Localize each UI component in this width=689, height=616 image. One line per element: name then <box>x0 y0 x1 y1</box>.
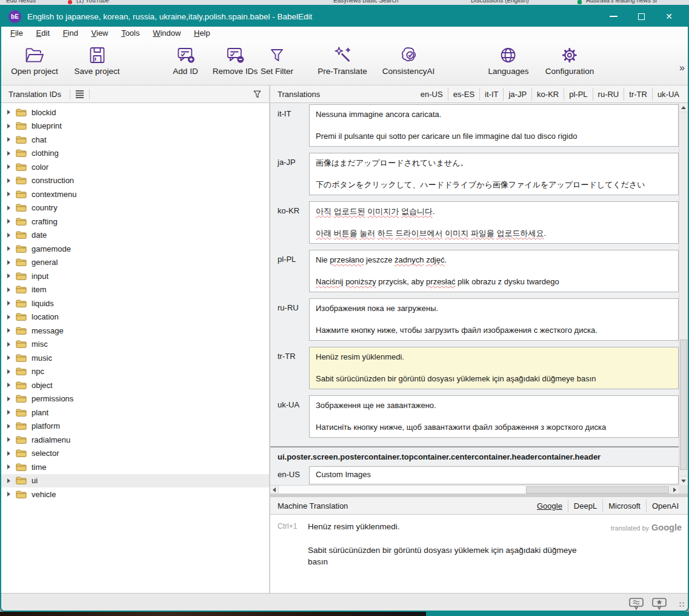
chevron-right-icon[interactable] <box>7 301 10 306</box>
menu-window[interactable]: Window <box>147 27 186 39</box>
language-tab[interactable]: it-IT <box>479 88 503 101</box>
tree-item[interactable]: general <box>1 256 269 270</box>
open-project-button[interactable]: Open project <box>11 45 58 76</box>
chevron-right-icon[interactable] <box>7 164 10 169</box>
scroll-down-button[interactable] <box>679 476 688 485</box>
horizontal-scrollbar[interactable] <box>270 485 679 494</box>
menu-find[interactable]: Find <box>58 27 84 39</box>
chevron-right-icon[interactable] <box>7 260 10 265</box>
scroll-up-button[interactable] <box>679 103 688 112</box>
machine-translation-text[interactable]: Henüz resim yüklenmedi. Sabit sürücünüzd… <box>308 521 581 567</box>
minimize-button[interactable] <box>599 6 627 27</box>
chevron-right-icon[interactable] <box>7 342 10 347</box>
translation-text-field[interactable]: Зображення ще не завантажено. Натисніть … <box>309 395 679 438</box>
chevron-right-icon[interactable] <box>7 410 10 415</box>
tree-item[interactable]: message <box>1 324 269 338</box>
tree-item[interactable]: input <box>1 269 269 283</box>
consistency-ai-button[interactable]: ConsistencyAI <box>382 45 434 76</box>
tree-item[interactable]: plant <box>1 406 269 420</box>
tree-item[interactable]: permissions <box>1 392 269 406</box>
chevron-right-icon[interactable] <box>7 492 10 497</box>
toolbar-overflow-button[interactable]: » <box>679 62 684 73</box>
tree-item[interactable]: platform <box>1 420 269 434</box>
provider-tab[interactable]: Microsoft <box>602 500 646 512</box>
tree-item[interactable]: ui <box>1 474 269 488</box>
chevron-right-icon[interactable] <box>7 233 10 238</box>
chevron-right-icon[interactable] <box>7 287 10 292</box>
chevron-right-icon[interactable] <box>7 206 10 210</box>
menu-help[interactable]: Help <box>188 27 216 39</box>
tree-item[interactable]: clothing <box>1 147 269 161</box>
translation-text-field[interactable]: Nessuna immagine ancora caricata. Premi … <box>309 104 679 147</box>
language-tab[interactable]: ja-JP <box>503 88 531 101</box>
translation-text-field[interactable]: 아직 업로드된 이미지가 없습니다. 아래 버튼을 눌러 하드 드라이브에서 이… <box>309 201 679 244</box>
filter-tree-icon[interactable] <box>251 89 263 100</box>
tree-item[interactable]: blueprint <box>1 119 269 133</box>
tree-item[interactable]: misc <box>1 338 269 352</box>
language-tab[interactable]: es-ES <box>448 88 479 101</box>
languages-button[interactable]: Languages <box>488 45 529 76</box>
tree-item[interactable]: vehicle <box>1 487 269 501</box>
tree-item[interactable]: color <box>1 160 269 174</box>
tree-item[interactable]: object <box>1 378 269 392</box>
menu-view[interactable]: View <box>86 27 114 39</box>
scroll-right-button[interactable] <box>670 486 679 494</box>
chevron-right-icon[interactable] <box>7 383 10 387</box>
set-filter-button[interactable]: Set Filter <box>261 45 293 76</box>
translation-text-field[interactable]: Custom Images <box>309 466 679 484</box>
chevron-right-icon[interactable] <box>7 397 10 401</box>
translation-text-field[interactable]: Nie przesłano jeszcze żadnych zdjęć. Nac… <box>309 250 679 292</box>
chevron-right-icon[interactable] <box>7 219 10 224</box>
tree-menu-icon[interactable] <box>75 90 85 99</box>
chevron-right-icon[interactable] <box>7 273 10 278</box>
chevron-right-icon[interactable] <box>7 192 10 196</box>
tree-item[interactable]: liquids <box>1 296 269 310</box>
language-tab[interactable]: ko-KR <box>531 88 564 101</box>
chevron-right-icon[interactable] <box>7 246 10 251</box>
tree-item[interactable]: item <box>1 283 269 297</box>
chevron-right-icon[interactable] <box>7 464 10 469</box>
menu-file[interactable]: File <box>5 27 28 39</box>
chevron-right-icon[interactable] <box>7 110 10 115</box>
tree-item[interactable]: music <box>1 351 269 365</box>
chevron-right-icon[interactable] <box>7 355 10 360</box>
menu-edit[interactable]: Edit <box>31 27 55 39</box>
tree-item[interactable]: chat <box>1 133 269 147</box>
menu-tools[interactable]: Tools <box>116 27 145 39</box>
provider-tab[interactable]: Google <box>531 500 568 512</box>
tree-item[interactable]: contextmenu <box>1 187 269 201</box>
chevron-right-icon[interactable] <box>7 137 10 142</box>
language-tab[interactable]: tr-TR <box>624 88 652 101</box>
rate-star-bubble-icon[interactable] <box>651 597 667 611</box>
provider-tab[interactable]: DeepL <box>568 500 602 512</box>
add-id-button[interactable]: Add ID <box>173 45 198 76</box>
tree-item[interactable]: npc <box>1 365 269 379</box>
tree-item[interactable]: crafting <box>1 215 269 229</box>
pre-translate-button[interactable]: Pre-Translate <box>318 45 367 76</box>
feedback-bubble-icon[interactable] <box>628 597 644 611</box>
chevron-right-icon[interactable] <box>7 151 10 156</box>
horizontal-scroll-thumb[interactable] <box>526 486 669 494</box>
tree-item[interactable]: time <box>1 460 269 474</box>
chevron-right-icon[interactable] <box>7 478 10 483</box>
translation-text-field[interactable]: Изображения пока не загружены. Нажмите к… <box>309 298 679 341</box>
translation-text-field[interactable]: 画像はまだアップロードされていません。 下のボタンをクリックして、ハードドライブ… <box>309 153 679 195</box>
provider-tab[interactable]: OpenAI <box>646 500 684 512</box>
scroll-left-button[interactable] <box>270 486 279 494</box>
close-button[interactable]: ✕ <box>655 6 683 27</box>
resize-grip[interactable] <box>679 601 685 608</box>
vertical-scroll-thumb[interactable] <box>680 340 687 470</box>
tree-item[interactable]: gamemode <box>1 242 269 256</box>
remove-ids-button[interactable]: Remove IDs <box>213 45 258 76</box>
tree-item[interactable]: date <box>1 229 269 243</box>
chevron-right-icon[interactable] <box>7 369 10 374</box>
chevron-right-icon[interactable] <box>7 451 10 456</box>
tree-item[interactable]: selector <box>1 447 269 461</box>
chevron-right-icon[interactable] <box>7 424 10 429</box>
save-project-button[interactable]: Save project <box>74 45 119 76</box>
chevron-right-icon[interactable] <box>7 328 10 333</box>
configuration-button[interactable]: Configuration <box>545 45 594 76</box>
language-tab[interactable]: ru-RU <box>593 88 624 101</box>
chevron-right-icon[interactable] <box>7 124 10 129</box>
chevron-right-icon[interactable] <box>7 437 10 442</box>
